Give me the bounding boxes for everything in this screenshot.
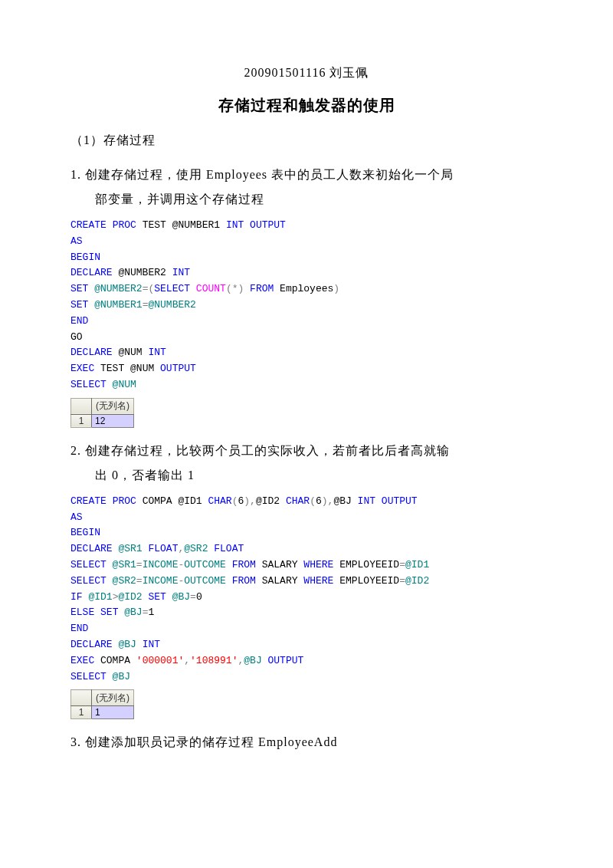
code-op: ( (310, 495, 316, 507)
code-kw: FLOAT (148, 543, 178, 554)
code-op: = (399, 559, 405, 570)
code-text: 1 (148, 607, 154, 618)
header-id: 200901501116 刘玉佩 (70, 65, 543, 81)
code-kw: END (70, 623, 88, 634)
code-op: =( (143, 283, 155, 294)
task-1-line-2: 部变量，并调用这个存储过程 (70, 192, 264, 205)
code-kw: PROC (113, 219, 136, 231)
code-text: EMPLOYEEID (333, 559, 399, 570)
code-var: @BJ (244, 655, 267, 666)
code-kw: WHERE (303, 559, 333, 570)
code-kw: SELECT (154, 283, 190, 294)
code-var: @NUMBER2 (88, 283, 142, 294)
code-kw: SET (70, 299, 88, 311)
code-kw: SELECT (70, 559, 107, 570)
result-cell: 12 (92, 414, 134, 427)
task-2-line-2: 出 0，否者输出 1 (70, 469, 195, 482)
code-var: @SR1 (107, 559, 136, 570)
code-kw: SET (148, 591, 166, 603)
code-var: @BJ (113, 639, 143, 650)
code-kw: INT (172, 267, 190, 278)
code-kw: CREATE (70, 495, 107, 507)
code-kw: DECLARE (70, 267, 113, 278)
result-corner (71, 398, 92, 414)
code-var: OUTCOME (184, 575, 231, 587)
code-op: = (136, 575, 143, 587)
code-kw: AS (70, 511, 83, 523)
code-kw: FROM (250, 283, 274, 294)
code-kw: OUTPUT (382, 495, 418, 507)
code-text: TEST @NUMBER1 (136, 219, 226, 231)
result-rownum: 1 (71, 706, 92, 719)
code-kw: INT (226, 219, 244, 231)
code-kw: SELECT (70, 671, 107, 682)
result-table-2: (无列名) 1 1 (70, 689, 134, 719)
code-var: @BJ (118, 607, 142, 618)
result-rownum: 1 (71, 414, 92, 427)
code-op: (*) (226, 283, 244, 294)
task-2: 2. 创建存储过程，比较两个员工的实际收入，若前者比后者高就输 出 0，否者输出… (70, 439, 543, 488)
code-kw: ELSE (70, 607, 94, 618)
task-1-line-1: 1. 创建存储过程，使用 Employees 表中的员工人数来初始化一个局 (70, 168, 454, 181)
code-kw: INT (148, 347, 166, 358)
code-kw: INT (358, 495, 375, 507)
code-kw: FLOAT (214, 543, 244, 554)
code-kw: IF (70, 591, 83, 603)
code-kw: DECLARE (70, 347, 113, 358)
code-kw: DECLARE (70, 639, 113, 650)
code-text: @ID2 (256, 495, 286, 507)
code-kw: SELECT (70, 575, 107, 587)
code-kw: OUTPUT (160, 363, 196, 374)
code-var: @NUMBER1 (88, 299, 142, 311)
code-text: COMPA @ID1 (136, 495, 208, 507)
code-var: @NUMBER2 (148, 299, 195, 311)
task-3: 3. 创建添加职员记录的储存过程 EmployeeAdd (70, 730, 543, 755)
code-text: EMPLOYEEID (333, 575, 399, 587)
code-kw: BEGIN (70, 527, 100, 538)
code-kw: DECLARE (70, 543, 113, 554)
code-op: ( (232, 495, 238, 507)
code-text: SALARY (256, 559, 303, 570)
code-var: @SR1 (113, 543, 149, 554)
code-text: @NUMBER2 (113, 267, 172, 278)
code-kw: WHERE (303, 575, 333, 587)
code-kw: SELECT (70, 379, 107, 390)
code-kw: EXEC (70, 655, 94, 666)
code-op: = (190, 591, 196, 603)
code-kw: OUTPUT (268, 655, 304, 666)
code-text: 0 (196, 591, 202, 603)
code-kw: PROC (113, 495, 136, 507)
result-table-1: (无列名) 1 12 (70, 398, 134, 428)
task-1: 1. 创建存储过程，使用 Employees 表中的员工人数来初始化一个局 部变… (70, 163, 543, 212)
code-var: @ID2 (118, 591, 148, 603)
code-str: '000001' (136, 655, 184, 666)
code-kw: INT (143, 639, 160, 650)
section-label: （1）存储过程 (70, 133, 543, 149)
code-op: , (184, 655, 190, 666)
code-text: TEST @NUM (94, 363, 160, 374)
page-title: 存储过程和触发器的使用 (70, 95, 543, 116)
code-kw: FROM (232, 559, 256, 570)
code-var: @NUM (107, 379, 136, 390)
code-kw: SET (70, 283, 88, 294)
code-text: COMPA (94, 655, 136, 666)
code-block-1: CREATE PROC TEST @NUMBER1 INT OUTPUT AS … (70, 218, 543, 393)
result-header: (无列名) (92, 690, 134, 706)
code-op: = (399, 575, 405, 587)
code-str: '108991' (190, 655, 238, 666)
result-cell: 1 (92, 706, 134, 719)
code-var: @SR2 (184, 543, 214, 554)
result-corner (71, 690, 92, 706)
code-kw: FROM (232, 575, 256, 587)
code-text: @BJ (333, 495, 357, 507)
code-kw: OUTPUT (250, 219, 286, 231)
code-text: 6 (316, 495, 322, 507)
code-var: @ID1 (405, 559, 429, 570)
task-2-line-1: 2. 创建存储过程，比较两个员工的实际收入，若前者比后者高就输 (70, 444, 450, 457)
code-op: = (136, 559, 143, 570)
code-var: OUTCOME (184, 559, 231, 570)
code-kw: BEGIN (70, 252, 100, 263)
code-kw: SET (100, 607, 118, 618)
code-kw: AS (70, 235, 83, 247)
code-kw: CHAR (286, 495, 310, 507)
